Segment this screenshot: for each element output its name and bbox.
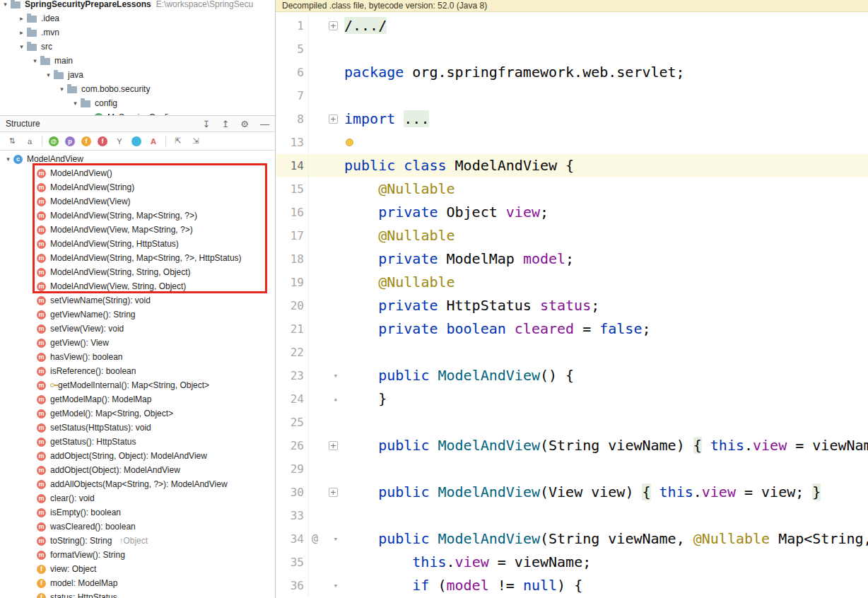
- code-line: 16 private Object view;: [276, 201, 868, 224]
- structure-method-item[interactable]: mgetView(): View: [0, 336, 275, 350]
- structure-method-item[interactable]: mgetModelInternal(): Map<String, Object>: [0, 378, 275, 392]
- structure-method-item[interactable]: mModelAndView(View): [0, 194, 275, 209]
- project-tree-item[interactable]: ▾config: [0, 96, 275, 110]
- structure-method-item[interactable]: mwasCleared(): boolean: [0, 520, 275, 534]
- project-tree-item[interactable]: CMySessionConfig: [0, 110, 275, 115]
- show-non-public-icon[interactable]: f: [98, 136, 107, 146]
- code-text: private HttpStatus status;: [342, 294, 868, 317]
- package-icon: [81, 100, 90, 107]
- structure-method-item[interactable]: mformatView(): String: [0, 548, 275, 562]
- filter-icon[interactable]: Y: [114, 136, 125, 147]
- intention-bulb-icon[interactable]: [346, 139, 353, 146]
- line-number: 30: [276, 481, 308, 504]
- structure-field-item[interactable]: fmodel: ModelMap: [0, 576, 275, 590]
- chevron-down-icon[interactable]: ▾: [30, 57, 40, 64]
- code-lines: 1+/.../56package org.springframework.web…: [276, 12, 868, 598]
- structure-field-item[interactable]: fstatus: HttpStatus: [0, 590, 275, 598]
- project-tree-item[interactable]: ▾src: [0, 40, 275, 54]
- structure-method-item[interactable]: mModelAndView(String, HttpStatus): [0, 237, 275, 251]
- code-text: [342, 457, 868, 481]
- chevron-down-icon[interactable]: ▾: [16, 43, 27, 50]
- line-number: 20: [276, 294, 308, 317]
- member-label: ModelAndView(String, Map<String, ?>): [50, 211, 197, 221]
- project-tree-item[interactable]: ▸.mvn: [0, 25, 275, 40]
- show-properties-icon[interactable]: p: [65, 136, 75, 146]
- chevron-down-icon[interactable]: ▾: [43, 71, 54, 78]
- fold-plus-icon[interactable]: +: [329, 488, 338, 497]
- structure-method-item[interactable]: mModelAndView(View, Map<String, ?>): [0, 223, 275, 237]
- structure-method-item[interactable]: mhasView(): boolean: [0, 350, 275, 364]
- gutter: [308, 154, 342, 177]
- gutter: +: [308, 434, 342, 457]
- member-label: ModelAndView(String, String, Object): [50, 267, 191, 277]
- structure-method-item[interactable]: mModelAndView(String, String, Object): [0, 265, 275, 279]
- structure-root-node[interactable]: ▾ c ModelAndView: [0, 152, 275, 166]
- structure-method-item[interactable]: mModelAndView(String): [0, 180, 275, 194]
- settings-icon[interactable]: ⚙: [240, 119, 249, 129]
- structure-method-item[interactable]: msetView(View): void: [0, 322, 275, 336]
- code-text: [342, 131, 868, 154]
- project-root-path: E:\workspace\SpringSecu: [156, 0, 253, 9]
- fold-up-icon[interactable]: ▴: [333, 394, 338, 404]
- gutter-annotation: @: [312, 527, 318, 551]
- code-text: [342, 84, 868, 107]
- structure-method-item[interactable]: msetViewName(String): void: [0, 293, 275, 307]
- chevron-down-icon[interactable]: ▾: [3, 156, 13, 163]
- chevron-down-icon[interactable]: ▾: [57, 86, 67, 93]
- fold-plus-icon[interactable]: +: [329, 21, 338, 30]
- fold-down-icon[interactable]: ▾: [333, 581, 338, 590]
- fold-down-icon[interactable]: ▾: [333, 371, 338, 380]
- structure-method-item[interactable]: mgetModel(): Map<String, Object>: [0, 406, 275, 421]
- chevron-down-icon[interactable]: ▾: [0, 1, 11, 8]
- show-public-only-icon[interactable]: A: [148, 136, 159, 147]
- structure-method-item[interactable]: mgetModelMap(): ModelMap: [0, 392, 275, 406]
- structure-method-item[interactable]: mModelAndView(View, String, Object): [0, 279, 275, 293]
- structure-method-item[interactable]: maddAllObjects(Map<String, ?>): ModelAnd…: [0, 477, 275, 491]
- project-root[interactable]: ▾ SpringSecurityPrepareLessons E:\worksp…: [0, 0, 275, 11]
- line-number: 26: [276, 434, 308, 457]
- sort-alphabetically-icon[interactable]: a: [24, 136, 35, 147]
- structure-method-item[interactable]: mclear(): void: [0, 491, 275, 505]
- gutter: @▾: [308, 527, 342, 551]
- structure-method-item[interactable]: mModelAndView(): [0, 166, 275, 180]
- show-visibility-icon[interactable]: [131, 136, 141, 146]
- structure-method-item[interactable]: misReference(): boolean: [0, 364, 275, 378]
- autoscroll-to-source-icon[interactable]: ⇱: [172, 136, 184, 147]
- project-tree-item[interactable]: ▾com.bobo.security: [0, 82, 275, 96]
- gutter: [308, 201, 342, 224]
- structure-method-item[interactable]: maddObject(Object): ModelAndView: [0, 463, 275, 477]
- structure-method-item[interactable]: mgetViewName(): String: [0, 307, 275, 322]
- chevron-right-icon[interactable]: ▸: [16, 15, 27, 22]
- chevron-down-icon[interactable]: ▾: [70, 100, 81, 107]
- hide-icon[interactable]: —: [260, 119, 269, 129]
- autoscroll-from-source-icon[interactable]: ⇲: [190, 136, 201, 147]
- project-tree-item[interactable]: ▾main: [0, 54, 275, 68]
- gutter: [308, 61, 342, 84]
- project-item-label: config: [95, 98, 117, 108]
- structure-method-item[interactable]: mModelAndView(String, Map<String, ?>, Ht…: [0, 251, 275, 265]
- method-icon: m: [37, 225, 46, 235]
- fold-plus-icon[interactable]: +: [329, 441, 338, 450]
- structure-field-item[interactable]: fview: Object: [0, 562, 275, 576]
- line-number: 34: [276, 527, 308, 551]
- chevron-right-icon[interactable]: ▸: [16, 29, 27, 36]
- project-tree-item[interactable]: ▾java: [0, 68, 275, 82]
- gutter: [308, 411, 342, 434]
- structure-method-item[interactable]: msetStatus(HttpStatus): void: [0, 421, 275, 435]
- fold-down-icon[interactable]: ▾: [333, 534, 338, 544]
- collapse-all-icon[interactable]: ↥: [221, 119, 229, 129]
- folder-icon: [54, 72, 64, 79]
- structure-method-item[interactable]: mModelAndView(String, Map<String, ?>): [0, 209, 275, 223]
- structure-method-item[interactable]: maddObject(String, Object): ModelAndView: [0, 449, 275, 463]
- show-anonymous-classes-icon[interactable]: @: [49, 136, 59, 146]
- structure-method-item[interactable]: misEmpty(): boolean: [0, 505, 275, 520]
- fold-plus-icon[interactable]: +: [329, 115, 338, 124]
- show-fields-icon[interactable]: f: [81, 136, 91, 146]
- method-icon: m: [37, 183, 46, 192]
- structure-method-item[interactable]: mgetStatus(): HttpStatus: [0, 435, 275, 449]
- code-text: public ModelAndView(View view) { this.vi…: [342, 481, 868, 504]
- project-tree-item[interactable]: ▸.idea: [0, 11, 275, 25]
- expand-all-icon[interactable]: ↧: [203, 119, 211, 129]
- structure-method-item[interactable]: mtoString(): String↑Object: [0, 534, 275, 548]
- sort-by-sort-order-icon[interactable]: ⇅: [6, 136, 18, 147]
